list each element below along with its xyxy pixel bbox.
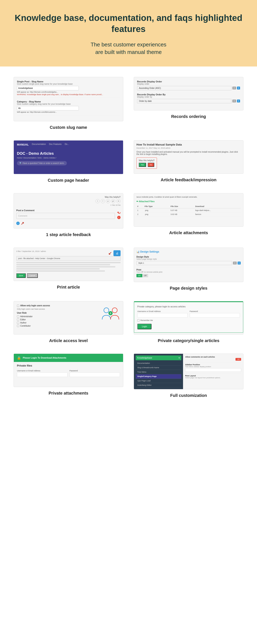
panel-item-single[interactable]: Single/Category Page [136, 374, 181, 379]
panel-item-slug[interactable]: Slug & Breadcrumb Name [136, 366, 181, 370]
off-btn[interactable]: Off [236, 358, 241, 361]
feature-title-fullcustom: Full customization [170, 393, 207, 398]
svg-point-1 [112, 308, 117, 313]
screenshot-fullcustom: Knowledgebase ▾ Documentation Slug & Bre… [134, 354, 244, 389]
sidebar-pos-input[interactable] [185, 368, 241, 372]
slug-input-2[interactable] [17, 106, 79, 110]
svg-text:0: 0 [110, 312, 111, 314]
pinterest-icon[interactable]: p [106, 199, 110, 203]
username-input[interactable] [137, 313, 188, 318]
admin-checkbox[interactable] [17, 315, 19, 318]
feature-title-attachments: Article attachments [169, 230, 208, 235]
screenshot-stepfeedback: Was this helpful? t f p g+ in 1 Yes 10 N… [13, 193, 123, 228]
linkedin-icon[interactable]: in [116, 199, 121, 203]
priv-username-input[interactable] [17, 372, 67, 377]
screenshot-slug: Single Post - Slug Name Give custom sing… [13, 77, 123, 121]
gplus-icon[interactable]: g+ [111, 199, 115, 203]
toggle-off-button[interactable]: Off [142, 274, 148, 277]
feature-title-private: Private category/single articles [158, 338, 219, 343]
panel-item-tree[interactable]: Tree Menu [136, 370, 181, 374]
svg-point-0 [104, 308, 109, 313]
screenshot-feedback: How To Install Manual Sample Data Decemb… [134, 140, 244, 174]
feature-print-article: 0 like / September 16, 2019 / admin ↙ 🖨 … [8, 244, 128, 297]
panel-item-gutenberg[interactable]: Gutenberg Editor [136, 383, 181, 388]
features-grid: Single Post - Slug Name Give custom sing… [0, 66, 257, 410]
save-button-print[interactable]: Save [16, 273, 26, 278]
remember-checkbox[interactable] [137, 319, 140, 322]
feature-records-ordering: Records Display Order Display order Asce… [128, 73, 249, 136]
print-icon[interactable]: 🖨 [113, 250, 121, 256]
password-input[interactable] [190, 313, 240, 318]
login-button[interactable]: Login [137, 324, 152, 329]
feature-title-records: Records ordering [171, 114, 206, 119]
hero-title: Knowledge base, documentation, and faqs … [8, 12, 249, 34]
clear-design-icon[interactable]: ✕ [233, 262, 237, 264]
feature-access-level: Allow only login users access Only login… [8, 297, 128, 350]
clear-icon-1[interactable]: ✕ [232, 86, 236, 90]
step-num-2: 2 [16, 222, 20, 225]
hero-section: Knowledge base, documentation, and faqs … [0, 0, 257, 66]
screenshot-design: 📊 Design Settings Design Style Select pa… [134, 248, 244, 282]
lock-icon: 🔒 [17, 356, 21, 360]
hero-subtitle: The best customer experiences are built … [8, 41, 249, 56]
priv-password-input[interactable] [70, 372, 120, 377]
clear-icon-2[interactable]: ✕ [232, 100, 236, 102]
feature-title-header: Custom page header [48, 178, 89, 183]
search-bar-mock[interactable]: 🔍 Have a question? Ask or enter a search… [17, 161, 67, 166]
comment-input-mock[interactable]: Comment [16, 213, 115, 219]
panel-arrow: ▾ [179, 357, 180, 359]
slug-input-1[interactable] [17, 86, 79, 90]
author-checkbox[interactable] [17, 322, 19, 324]
editor-checkbox[interactable] [17, 318, 19, 321]
feature-title-access: Article access level [49, 338, 88, 343]
feature-title-privattach: Private attachments [48, 391, 88, 396]
feature-title-stepfeedback: 1 step article feedback [46, 232, 91, 237]
feature-custom-header: MANUAL Documentation Doc Features Do... … [8, 136, 128, 189]
panel-item-documentation[interactable]: Documentation [136, 361, 181, 366]
screenshot-header: MANUAL Documentation Doc Features Do... … [13, 140, 123, 174]
cancel-button-print[interactable]: Cancel [27, 273, 38, 278]
contributor-checkbox[interactable] [17, 325, 19, 327]
feature-article-attachments: Iacus molestie porta. Curabitur sit amet… [128, 189, 249, 244]
dropdown-arrow-1[interactable]: ▾ [237, 86, 240, 90]
feature-page-design: 📊 Design Settings Design Style Select pa… [128, 244, 249, 297]
feature-title-slug: Custom slug name [50, 125, 87, 130]
panel-item-ajax[interactable]: Ajax Page Load [136, 379, 181, 383]
allow-login-checkbox[interactable] [17, 305, 19, 307]
screenshot-records: Records Display Order Display order Asce… [134, 77, 244, 110]
screenshot-private: Private category, please login to access… [134, 301, 244, 334]
feature-title-design: Page design styles [170, 286, 207, 291]
feature-private-category: Private category, please login to access… [128, 297, 249, 350]
dropdown-arrow-2[interactable]: ▾ [237, 100, 240, 102]
screenshot-privattach: 🔒 Please Login To Download Attachments P… [13, 354, 123, 387]
user-group-icon: 0 [101, 304, 120, 323]
table-row: 1.png5.07 KBlogo-dark-helpce... [136, 208, 241, 212]
feature-title-feedback: Article feedback/impression [161, 178, 217, 182]
no-button[interactable]: No [148, 163, 154, 167]
screenshot-access: Allow only login users access Only login… [13, 301, 123, 334]
screenshot-print: 0 like / September 16, 2019 / admin ↙ 🖨 … [13, 248, 123, 281]
feature-private-attachments: 🔒 Please Login To Download Attachments P… [8, 350, 128, 404]
table-row: 2.png3.02 KBfavicon [136, 212, 241, 216]
toggle-on-button[interactable]: On [136, 274, 142, 277]
feature-article-feedback: How To Install Manual Sample Data Decemb… [128, 136, 249, 189]
step-num-1: 1 [117, 216, 121, 219]
feature-custom-slug: Single Post - Slug Name Give custom sing… [8, 73, 128, 136]
feature-title-print: Print article [57, 285, 80, 290]
yes-button[interactable]: Yes [139, 163, 146, 167]
dropdown-design-arrow[interactable]: ▾ [238, 262, 241, 264]
facebook-icon[interactable]: f [101, 199, 105, 203]
panel-header: Knowledgebase ▾ [136, 356, 181, 360]
screenshot-attachments: Iacus molestie porta. Curabitur sit amet… [134, 193, 244, 227]
twitter-icon[interactable]: t [95, 199, 100, 203]
feature-full-customization: Knowledgebase ▾ Documentation Slug & Bre… [128, 350, 249, 404]
feature-1step-feedback: Was this helpful? t f p g+ in 1 Yes 10 N… [8, 189, 128, 244]
